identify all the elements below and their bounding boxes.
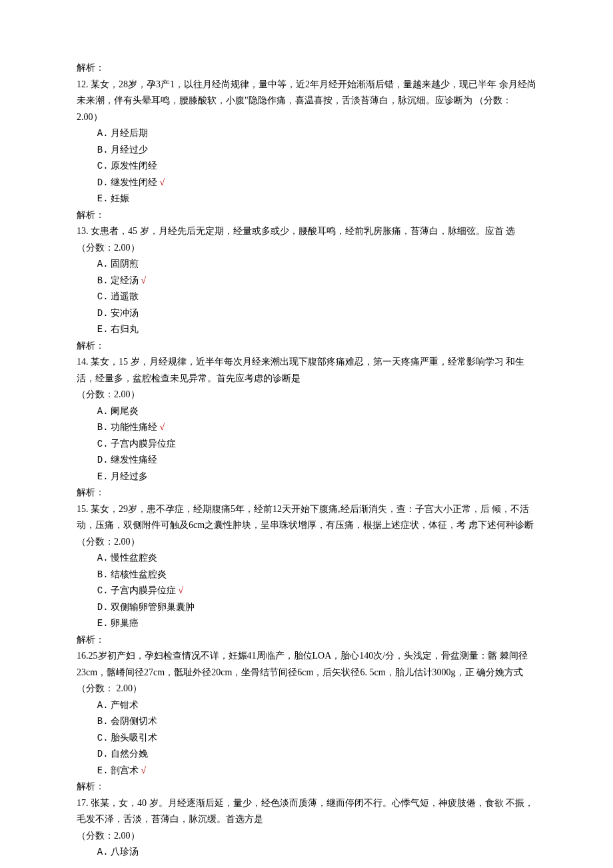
label-e: E. [97,324,109,335]
q13-option-b: B. 定经汤 √ [77,273,536,289]
label-e: E. [97,193,109,204]
q14-option-d: D. 继发性痛经 [77,452,536,469]
q13-b-text: 定经汤 [111,275,139,285]
analysis: 解析： [77,485,536,501]
q15-d-text: 双侧输卵管卵巢囊肿 [111,602,195,612]
label-a: A. [97,259,109,269]
label-c: C. [97,733,109,743]
q15-option-a: A. 慢性盆腔炎 [77,550,536,567]
label-c: C. [97,291,109,302]
q12-d-text: 继发性闭经 [111,177,157,187]
question-16-score: （分数： 2.00） [77,681,536,697]
label-c: C. [97,585,109,596]
label-c: C. [97,161,109,171]
analysis: 解析： [77,338,536,355]
label-a: A. [97,128,109,139]
q12-option-e: E. 妊娠 [77,191,536,207]
check-icon: √ [141,275,147,285]
q12-option-a: A. 月经后期 [77,125,536,142]
q14-a-text: 阑尾炎 [111,406,139,416]
q14-option-e: E. 月经过多 [77,469,536,485]
question-13-stem: 13. 女患者，45 岁，月经先后无定期，经量或多或少，腰酸耳鸣，经前乳房胀痛，… [77,223,536,240]
q15-e-text: 卵巢癌 [111,618,139,628]
question-14-score: （分数：2.00） [77,387,536,403]
question-13-score: （分数：2.00） [77,240,536,257]
q16-option-d: D. 自然分娩 [77,746,536,763]
q17-option-a: A. 八珍汤 [77,844,536,861]
q14-c-text: 子宫内膜异位症 [111,439,176,449]
q14-option-b: B. 功能性痛经 √ [77,419,536,436]
q15-option-b: B. 结核性盆腔炎 [77,567,536,583]
q13-option-a: A. 固阴煎 [77,256,536,273]
q17-a-text: 八珍汤 [111,847,139,857]
q12-option-b: B. 月经过少 [77,142,536,159]
q12-c-text: 原发性闭经 [111,161,157,171]
q16-c-text: 胎头吸引术 [111,733,157,743]
label-b: B. [97,716,109,727]
label-b: B. [97,145,109,155]
question-12-stem: 12. 某女，28岁，孕3产1，以往月经尚规律，量中等，近2年月经开始渐渐后错，… [77,77,536,126]
check-icon: √ [141,765,147,775]
q16-option-c: C. 胎头吸引术 [77,730,536,747]
question-15-score: （分数：2.00） [77,534,536,551]
label-e: E. [97,765,109,776]
analysis: 解析： [77,779,536,795]
q16-a-text: 产钳术 [111,700,139,710]
q14-option-a: A. 阑尾炎 [77,403,536,420]
q13-a-text: 固阴煎 [111,259,139,269]
question-16-stem: 16.25岁初产妇，孕妇检查情况不详，妊娠41周临产，胎位LOA，胎心140次/… [77,648,536,681]
q12-option-d: D. 继发性闭经 √ [77,175,536,191]
q13-d-text: 安冲汤 [111,308,139,318]
q16-option-a: A. 产钳术 [77,697,536,714]
label-d: D. [97,749,109,759]
q12-b-text: 月经过少 [111,145,148,155]
q14-b-text: 功能性痛经 [111,422,157,432]
q13-e-text: 右归丸 [111,324,139,334]
q15-option-c: C. 子宫内膜异位症 √ [77,583,536,599]
question-15-stem: 15. 某女，29岁，患不孕症，经期腹痛5年，经前12天开始下腹痛,经后渐消失，… [77,501,536,534]
label-d: D. [97,602,109,613]
q16-b-text: 会阴侧切术 [111,716,157,726]
check-icon: √ [160,422,165,432]
q12-a-text: 月经后期 [111,128,148,138]
q15-c-text: 子宫内膜异位症 [111,585,176,595]
analysis: 解析： [77,207,536,224]
q16-e-text: 剖宫术 [111,765,139,775]
label-d: D. [97,177,109,188]
q13-option-d: D. 安冲汤 [77,305,536,322]
q16-d-text: 自然分娩 [111,749,148,759]
check-icon: √ [179,585,184,595]
q15-a-text: 慢性盆腔炎 [111,553,157,563]
q13-option-c: C. 逍遥散 [77,289,536,305]
q13-option-e: E. 右归丸 [77,321,536,338]
label-a: A. [97,553,109,563]
label-a: A. [97,406,109,417]
analysis: 解析： [77,60,536,77]
label-d: D. [97,455,109,465]
label-b: B. [97,275,109,286]
q14-option-c: C. 子宫内膜异位症 [77,436,536,453]
label-d: D. [97,308,109,319]
label-b: B. [97,422,109,433]
q15-option-e: E. 卵巢癌 [77,615,536,632]
label-a: A. [97,847,109,857]
q14-d-text: 继发性痛经 [111,455,157,465]
label-e: E. [97,618,109,629]
question-17-score: （分数：2.00） [77,828,536,845]
q13-c-text: 逍遥散 [111,291,139,301]
q12-option-c: C. 原发性闭经 [77,158,536,175]
check-icon: √ [160,177,165,187]
q14-e-text: 月经过多 [111,471,148,481]
q15-option-d: D. 双侧输卵管卵巢囊肿 [77,599,536,616]
q16-option-e: E. 剖宫术 √ [77,763,536,779]
label-e: E. [97,471,109,482]
analysis: 解析： [77,632,536,649]
label-c: C. [97,439,109,449]
q12-e-text: 妊娠 [111,193,129,203]
label-b: B. [97,569,109,580]
question-17-stem: 17. 张某，女，40 岁。月经逐渐后延，量少，经色淡而质薄，继而停闭不行。心悸… [77,795,536,828]
q15-b-text: 结核性盆腔炎 [111,569,167,579]
q16-option-b: B. 会阴侧切术 [77,713,536,730]
label-a: A. [97,700,109,711]
question-14-stem: 14. 某女，15 岁，月经规律，近半年每次月经来潮出现下腹部疼痛难忍，第一天疼… [77,354,536,387]
